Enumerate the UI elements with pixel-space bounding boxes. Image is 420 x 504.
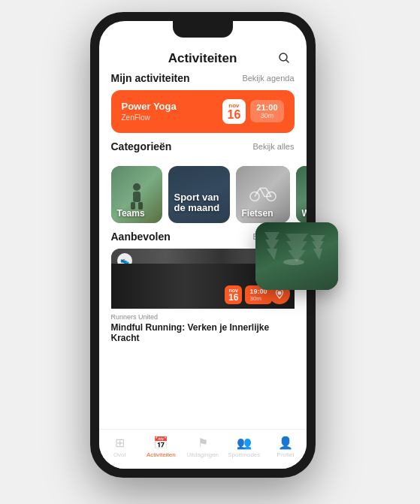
flag-icon: ⚑ — [198, 436, 208, 450]
nav-item-sportmodes[interactable]: 👥 Sportmodes — [223, 436, 264, 458]
page-title: Activiteiten — [168, 51, 237, 66]
profile-icon: 👤 — [278, 436, 293, 450]
nav-item-profiel[interactable]: 👤 Profiel — [264, 436, 306, 458]
time-badge: 21:00 30m — [250, 100, 283, 122]
nav-label-ovol: Ovol — [113, 451, 125, 458]
home-icon: ⊞ — [115, 436, 125, 450]
activity-name: Power Yoga — [122, 101, 177, 112]
bekijk-agenda-link[interactable]: Bekijk agenda — [242, 74, 294, 83]
activity-duration: 30m — [256, 112, 277, 119]
category-fietsen-label: Fietsen — [236, 204, 290, 223]
svg-line-1 — [286, 60, 289, 62]
mijn-activiteiten-section: Mijn activiteiten Bekijk agenda Power Yo… — [99, 72, 307, 133]
bekijk-alles-link[interactable]: Bekijk alles — [252, 142, 294, 151]
rec-org: Runners United — [111, 313, 295, 321]
rec-title: Mindful Running: Verken je Innerlijke Kr… — [111, 322, 295, 343]
rec-date-badge: nov 16 — [225, 285, 242, 304]
mijn-activiteiten-title: Mijn activiteiten — [111, 72, 190, 84]
activity-subtitle: ZenFlow — [122, 113, 177, 122]
categorieeen-header: Categorieën Bekijk alles — [111, 140, 295, 152]
date-day: 16 — [228, 109, 241, 121]
svg-point-8 — [277, 291, 281, 294]
category-winter[interactable]: Winter — [296, 166, 307, 223]
category-teams[interactable]: Teams — [111, 166, 162, 223]
header: Activiteiten — [99, 44, 307, 72]
activity-card[interactable]: Power Yoga ZenFlow nov 16 21:00 30m — [111, 90, 295, 133]
svg-marker-9 — [264, 232, 279, 260]
winter-trees-icon — [259, 226, 334, 267]
date-badge: nov 16 — [222, 99, 246, 124]
activity-date-row: nov 16 21:00 30m — [222, 99, 284, 124]
svg-point-2 — [133, 183, 141, 191]
rec-day: 16 — [228, 293, 238, 302]
activity-time: 21:00 — [256, 103, 277, 112]
category-winter-label: Winter — [296, 204, 307, 223]
nav-item-activiteiten[interactable]: 📅 Activiteiten — [141, 436, 182, 458]
notch — [173, 21, 233, 38]
svg-point-12 — [283, 259, 304, 265]
floating-winter-card: Winter — [255, 222, 338, 290]
sport-icon: 👥 — [237, 436, 252, 450]
search-icon — [278, 52, 290, 64]
category-sport-label: Sport van de maand — [168, 188, 230, 219]
bottom-nav: ⊞ Ovol 📅 Activiteiten ⚑ Uitdagingen 👥 Sp… — [99, 429, 307, 469]
categorieeen-section: Categorieën Bekijk alles — [99, 140, 307, 158]
nav-item-ovol[interactable]: ⊞ Ovol — [99, 436, 141, 458]
category-sport[interactable]: Sport van de maand — [168, 166, 230, 223]
nav-label-uitdagingen: Uitdagingen — [186, 451, 219, 458]
calendar-icon: 📅 — [153, 436, 168, 450]
aanbevolen-title: Aanbevolen — [111, 231, 171, 243]
bike-icon — [249, 183, 276, 201]
recommend-info: Runners United Mindful Running: Verken j… — [111, 309, 295, 346]
nav-item-uitdagingen[interactable]: ⚑ Uitdagingen — [182, 436, 223, 458]
mijn-activiteiten-header: Mijn activiteiten Bekijk agenda — [111, 72, 295, 84]
rec-duration: 30m — [249, 295, 267, 302]
svg-marker-11 — [310, 235, 325, 260]
categories-scroll: Teams Sport van de maand — [99, 166, 307, 223]
categorieeen-title: Categorieën — [111, 140, 172, 152]
location-icon — [274, 288, 285, 299]
nav-label-activiteiten: Activiteiten — [147, 451, 176, 458]
category-fietsen[interactable]: Fietsen — [236, 166, 290, 223]
nav-label-profiel: Profiel — [277, 451, 295, 458]
svg-rect-3 — [133, 192, 141, 202]
svg-marker-10 — [286, 234, 308, 262]
activity-info: Power Yoga ZenFlow — [122, 101, 177, 122]
search-button[interactable] — [273, 47, 295, 68]
nav-label-sportmodes: Sportmodes — [228, 451, 260, 458]
category-teams-label: Teams — [111, 204, 162, 223]
